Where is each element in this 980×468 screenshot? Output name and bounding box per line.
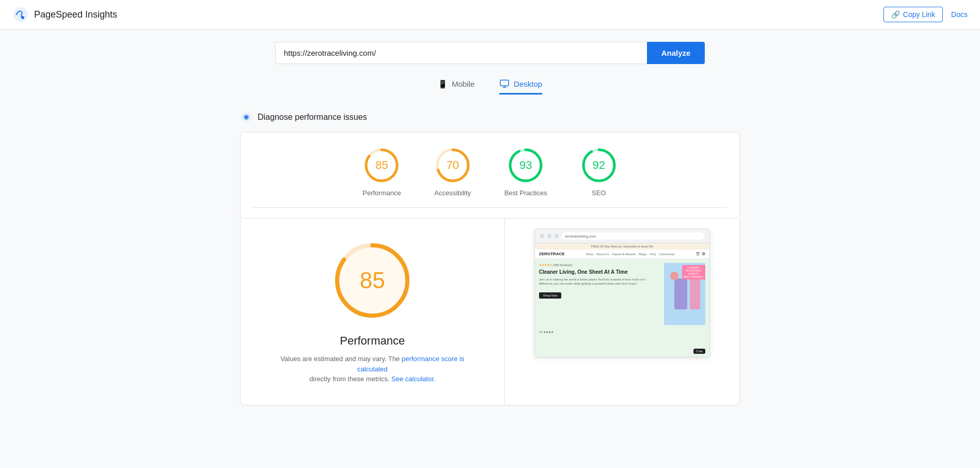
hero-image: LAUNDRY DETERGENT SHEETS BABY FRIENDLY (664, 263, 705, 325)
analyze-button[interactable]: Analyze (647, 42, 705, 64)
score-best-practices: 93 Best Practices (504, 147, 547, 197)
performance-score: 85 (375, 159, 388, 172)
best-practices-label: Best Practices (504, 189, 547, 197)
scores-divider (253, 207, 727, 208)
accessibility-label: Accessibility (434, 189, 471, 197)
main-content: Analyze 📱 Mobile Desktop Diagnose perfor… (232, 29, 748, 418)
nav-icon-1: ☰ (696, 252, 700, 256)
calculator-link[interactable]: See calculator. (391, 375, 435, 383)
mobile-icon: 📱 (438, 80, 448, 89)
best-practices-circle: 93 (507, 147, 544, 184)
svg-point-0 (13, 7, 28, 22)
seo-score: 92 (593, 159, 605, 172)
link-icon: 🔗 (891, 10, 900, 19)
seo-label: SEO (592, 189, 606, 197)
browser-dot-3 (555, 234, 559, 238)
site-rating: 72 ★★★★ (535, 329, 709, 335)
screenshot-panel: zerotraceliving.com FREE 30 Day Returns,… (505, 219, 740, 405)
hero-stars: ★★★★★ (386 Reviews) (539, 263, 660, 267)
header: PageSpeed Insights 🔗 Copy Link Docs (0, 0, 980, 29)
nav-brand: ZEROTRACE (539, 252, 565, 256)
nav-icon-2: ⚙ (702, 252, 705, 256)
browser-dot-1 (540, 234, 544, 238)
site-screenshot: zerotraceliving.com FREE 30 Day Returns,… (534, 229, 710, 357)
performance-detail-title: Performance (340, 334, 405, 348)
nav-links: Shop About Us Impact & Mission Blogs FAQ… (586, 253, 675, 256)
big-performance-score: 85 (360, 268, 385, 293)
site-hero: ★★★★★ (386 Reviews) Cleaner Living, One … (535, 259, 709, 329)
section-title: Diagnose performance issues (258, 113, 367, 122)
svg-rect-2 (500, 80, 509, 86)
svg-rect-18 (674, 278, 687, 309)
performance-label: Performance (362, 189, 401, 197)
svg-point-5 (245, 116, 248, 119)
hero-body: Join us in making the world a better pla… (539, 277, 660, 286)
site-banner: FREE 30 Day Returns, Subscribe & Save 5% (535, 243, 709, 249)
logo-area: PageSpeed Insights (12, 6, 117, 23)
section-header: Diagnose performance issues (240, 111, 740, 123)
scores-row: 85 Performance 70 Accessibility (253, 147, 727, 197)
url-input[interactable] (275, 42, 647, 64)
desktop-icon (499, 79, 510, 89)
performance-circle: 85 (363, 147, 400, 184)
big-performance-circle: 85 (331, 239, 414, 322)
score-seo: 92 SEO (580, 147, 618, 197)
lower-section: 85 Performance Values are estimated and … (240, 219, 740, 405)
performance-description: Values are estimated and may vary. The p… (265, 354, 480, 384)
view-tabs: 📱 Mobile Desktop (240, 79, 740, 95)
hero-text: ★★★★★ (386 Reviews) Cleaner Living, One … (539, 263, 660, 325)
browser-url: zerotraceliving.com (562, 232, 704, 240)
accessibility-score: 70 (446, 159, 459, 172)
hero-title: Cleaner Living, One Sheet At A Time (539, 269, 660, 275)
product-badge: LAUNDRY DETERGENT SHEETS BABY FRIENDLY (682, 265, 705, 279)
score-performance: 85 Performance (362, 147, 401, 197)
header-actions: 🔗 Copy Link Docs (883, 7, 968, 22)
site-nav: ZEROTRACE Shop About Us Impact & Mission… (535, 249, 709, 259)
performance-detail: 85 Performance Values are estimated and … (241, 219, 505, 405)
shop-now-button: Shop Now (539, 292, 562, 299)
diagnose-icon (240, 111, 252, 123)
accessibility-circle: 70 (434, 147, 471, 184)
score-accessibility: 70 Accessibility (434, 147, 471, 197)
copy-link-button[interactable]: 🔗 Copy Link (883, 7, 943, 22)
docs-button[interactable]: Docs (951, 10, 968, 19)
site-preview: FREE 30 Day Returns, Subscribe & Save 5%… (535, 243, 709, 357)
tab-mobile[interactable]: 📱 Mobile (438, 79, 475, 95)
seo-circle: 92 (580, 147, 618, 184)
best-practices-score: 93 (519, 159, 532, 172)
svg-point-20 (670, 272, 678, 280)
tab-desktop[interactable]: Desktop (499, 79, 542, 95)
browser-dot-2 (547, 234, 551, 238)
pagespeed-logo (12, 6, 29, 23)
nav-icons: ☰ ⚙ (696, 252, 705, 256)
scores-card: 85 Performance 70 Accessibility (240, 132, 740, 219)
svg-point-1 (21, 16, 24, 19)
browser-bar: zerotraceliving.com (535, 229, 709, 243)
app-title: PageSpeed Insights (34, 9, 117, 20)
url-bar-row: Analyze (240, 42, 740, 64)
chat-badge: Chat (693, 349, 705, 354)
